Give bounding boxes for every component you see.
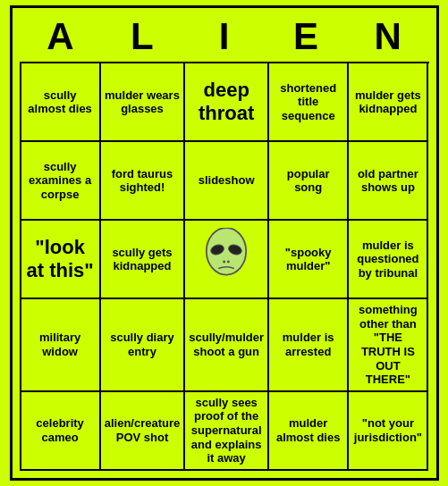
bingo-cell-r4c1: alien/creature POV shot	[101, 392, 186, 471]
bingo-cell-r2c3: "spooky mulder"	[269, 221, 349, 299]
bingo-cell-r2c4: mulder is questioned by tribunal	[349, 221, 428, 299]
bingo-grid: scully almost diesmulder wears glassesde…	[20, 62, 429, 471]
bingo-cell-r3c4: something other than "THE TRUTH IS OUT T…	[349, 299, 428, 392]
title-letter-l: L	[103, 15, 182, 58]
bingo-cell-r1c0: scully examines a corpse	[21, 142, 101, 221]
title-letter-n: N	[349, 15, 427, 58]
title-letter-e: E	[266, 15, 345, 58]
svg-point-3	[223, 261, 225, 264]
bingo-cell-r1c1: ford taurus sighted!	[101, 142, 186, 221]
bingo-cell-r4c0: celebrity cameo	[21, 392, 101, 471]
bingo-cell-r0c4: mulder gets kidnapped	[349, 63, 428, 142]
bingo-title: ALIEN	[20, 15, 429, 58]
bingo-cell-r4c4: "not your jurisdiction"	[349, 392, 428, 471]
bingo-card: ALIEN scully almost diesmulder wears gla…	[10, 5, 439, 481]
bingo-cell-r2c0: "look at this"	[21, 221, 101, 299]
bingo-cell-r1c4: old partner shows up	[349, 142, 428, 221]
bingo-cell-r3c1: scully diary entry	[101, 299, 186, 392]
bingo-cell-r0c0: scully almost dies	[21, 63, 101, 142]
bingo-cell-r4c3: mulder almost dies	[269, 392, 349, 471]
svg-point-4	[227, 261, 230, 264]
bingo-cell-r4c2: scully sees proof of the supernatural an…	[185, 392, 269, 471]
bingo-cell-r3c2: scully/mulder shoot a gun	[185, 299, 269, 392]
title-letter-i: I	[184, 15, 263, 58]
bingo-cell-r2c2	[185, 221, 269, 299]
bingo-cell-r3c3: mulder is arrested	[269, 299, 349, 392]
bingo-cell-r2c1: scully gets kidnapped	[101, 221, 186, 299]
bingo-cell-r0c1: mulder wears glasses	[101, 63, 186, 142]
alien-icon	[195, 228, 258, 290]
bingo-cell-r1c3: popular song	[269, 142, 349, 221]
bingo-cell-r1c2: slideshow	[185, 142, 269, 221]
bingo-cell-r3c0: military widow	[21, 299, 101, 392]
title-letter-a: A	[21, 15, 99, 58]
bingo-cell-r0c2: deep throat	[185, 63, 269, 142]
bingo-cell-r0c3: shortened title sequence	[269, 63, 349, 142]
